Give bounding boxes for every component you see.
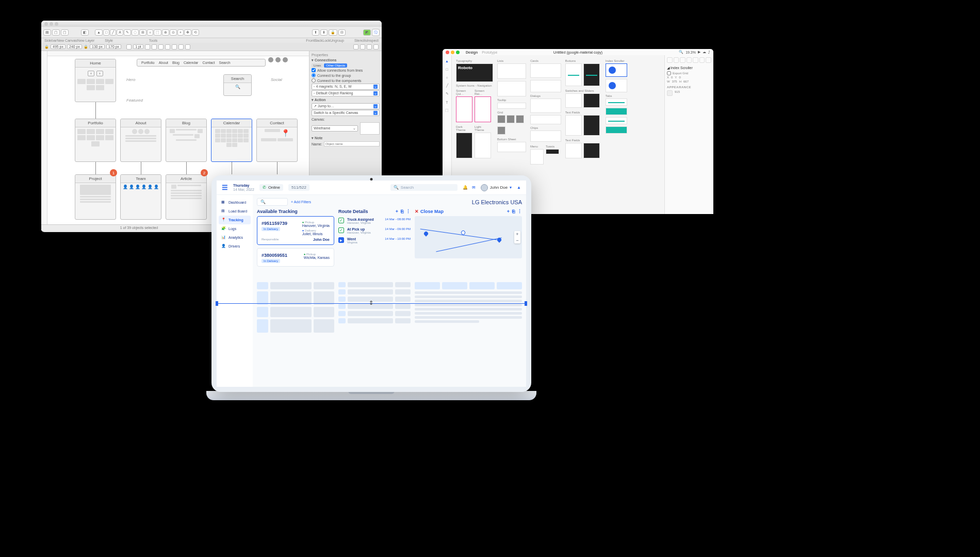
wf-search[interactable]: Search 🔍 (223, 74, 252, 96)
note-section[interactable]: ▾ Note (312, 136, 380, 140)
shape-tool[interactable]: □ (103, 29, 109, 36)
tool-11[interactable]: ⌖ (177, 29, 184, 36)
wf-calendar[interactable]: Calendar (211, 119, 252, 162)
route-step-2[interactable]: At Pick upHanover, Virginia 14 Mar - 09:… (338, 226, 411, 236)
align-right[interactable] (680, 57, 685, 63)
select-tool[interactable]: ▲ (95, 29, 103, 36)
lists-card-2[interactable] (497, 81, 526, 96)
align-mid[interactable] (693, 57, 698, 63)
new-canvas-button[interactable]: ▢ (52, 29, 60, 36)
wf-home[interactable]: Home ‹ › (75, 59, 116, 102)
wf-team[interactable]: Team 👤👤👤👤👤👤 (120, 174, 161, 220)
t7[interactable] (178, 44, 184, 50)
resize-handle-icon[interactable]: ⇕ (369, 300, 373, 306)
stencils-button[interactable]: ◩ (363, 29, 371, 36)
align-center[interactable] (674, 57, 679, 63)
carousel-prev-icon[interactable]: ‹ (88, 71, 94, 76)
t4[interactable] (158, 44, 164, 50)
online-pill[interactable]: ✆ Online (259, 184, 283, 191)
zoom-in-button[interactable]: + (514, 231, 520, 237)
lists-card-1[interactable] (497, 63, 526, 79)
tabs-card-2[interactable] (606, 108, 627, 115)
ungroup-button[interactable]: ⊟ (338, 29, 346, 36)
share-icon[interactable]: ⤴ (708, 51, 710, 54)
dialogs-card[interactable] (530, 99, 561, 113)
wf-portfolio[interactable]: Portfolio (75, 119, 116, 162)
tool-10[interactable]: ⊙ (170, 29, 177, 36)
align-left[interactable] (667, 57, 673, 63)
sidebar-item-logs[interactable]: 🧩Logs (219, 224, 251, 233)
lock-icon[interactable]: 🔒 (44, 45, 49, 49)
distribute[interactable] (706, 57, 711, 63)
magnets-select[interactable]: ◦ 4 magnets: N, S, E, W⌄ (312, 84, 380, 90)
traffic-lights[interactable] (44, 22, 58, 26)
canvas-select[interactable]: Wireframe⌄ (312, 125, 358, 132)
menu-card[interactable] (530, 149, 544, 165)
add-icon[interactable]: + (507, 209, 510, 214)
chips-card[interactable] (530, 130, 561, 142)
tool-8[interactable]: ⬚ (154, 29, 161, 36)
titlebar[interactable] (41, 21, 382, 27)
connect-group-radio[interactable]: Connect to the group (312, 73, 380, 78)
titlebar[interactable]: Design Prototype Untitled (google-materi… (443, 49, 713, 55)
add-filters-button[interactable]: + Add Filters (291, 200, 311, 204)
wf-article[interactable]: Article (166, 174, 207, 220)
t2[interactable] (145, 44, 150, 50)
stroke-field[interactable]: 1 pt (133, 44, 143, 49)
zoom-out-button[interactable]: − (514, 237, 520, 243)
text-tool[interactable]: T (445, 100, 450, 105)
sidebar-item-loadboard[interactable]: ▤Load Board (219, 207, 251, 216)
filter-search[interactable]: 🔍 (257, 198, 288, 206)
sidebar-item-analytics[interactable]: 📊Analytics (219, 233, 251, 242)
wf-about[interactable]: About (120, 119, 161, 162)
screen-qui-card[interactable] (456, 96, 472, 122)
wf-blog[interactable]: Blog (166, 119, 207, 162)
index-card-1[interactable] (606, 63, 627, 77)
dark-card[interactable] (456, 133, 472, 158)
light-card[interactable] (475, 133, 491, 158)
tool-13[interactable]: ⟲ (192, 29, 199, 36)
tool-9[interactable]: ⊕ (162, 29, 169, 36)
route-step-1[interactable]: Truck AssignedHanover, Virginia 14 Mar -… (338, 216, 411, 226)
t1[interactable] (126, 44, 132, 50)
pen-tool[interactable]: ✎ (445, 91, 450, 96)
traffic-lights[interactable] (446, 51, 460, 54)
tabs-card-1[interactable] (606, 99, 627, 106)
toasts-card[interactable] (546, 149, 559, 154)
count-pill[interactable]: 511/522 (288, 184, 309, 191)
h-input[interactable]: 667 (683, 80, 689, 83)
allow-conn-chk[interactable]: Allow connections from lines (312, 68, 380, 73)
tracking-card-2[interactable]: #380059551 In Delivery ● Pickup Wichita,… (257, 248, 334, 267)
bell-icon[interactable]: 🔔 (463, 185, 468, 190)
cloud-icon[interactable]: ☁ (703, 50, 706, 54)
bottom-card[interactable] (497, 142, 526, 152)
sidebar-item-tracking[interactable]: 📍Tracking (219, 216, 251, 224)
new-layer-button[interactable]: ▢ (61, 29, 69, 36)
wf-nav[interactable]: Portfolio About Blog Calendar Contact Se… (137, 59, 266, 67)
lock-button[interactable]: 🔒 (329, 29, 337, 36)
prototype-tab[interactable]: Prototype (482, 51, 497, 54)
line-tool[interactable]: ╱ (445, 83, 450, 88)
selected-layer[interactable]: ◢ Index Scroller (667, 65, 711, 71)
t5[interactable] (165, 44, 170, 50)
rank-select[interactable]: ◦ Default Object Ranking⌄ (312, 90, 380, 96)
fill-swatch[interactable] (667, 90, 673, 96)
panel-2[interactable] (360, 44, 365, 50)
index-card-2[interactable] (606, 79, 627, 92)
w-input[interactable]: 375 (672, 80, 677, 83)
wf-contact[interactable]: Contact 📍 (256, 119, 298, 162)
front-button[interactable]: ⬆ (312, 29, 319, 36)
ellipse-tool[interactable]: ○ (445, 75, 450, 80)
h-field[interactable]: 170 px (106, 44, 121, 49)
design-tab[interactable]: Design (466, 51, 478, 54)
tooltip-card[interactable] (497, 103, 526, 109)
line-tool[interactable]: ╱ (110, 29, 116, 36)
pen-tool[interactable]: ✎ (124, 29, 131, 36)
tool-12[interactable]: ✥ (184, 29, 191, 36)
typography-card[interactable]: Roboto (456, 63, 493, 82)
other-tab[interactable]: Other Objects (324, 63, 347, 68)
mail-icon[interactable]: ✉ (472, 185, 476, 190)
connections-section[interactable]: ▾ Connections (312, 58, 380, 62)
lines-tab[interactable]: Lines (312, 63, 323, 68)
connect-comp-radio[interactable]: Connect to the components (312, 78, 380, 83)
